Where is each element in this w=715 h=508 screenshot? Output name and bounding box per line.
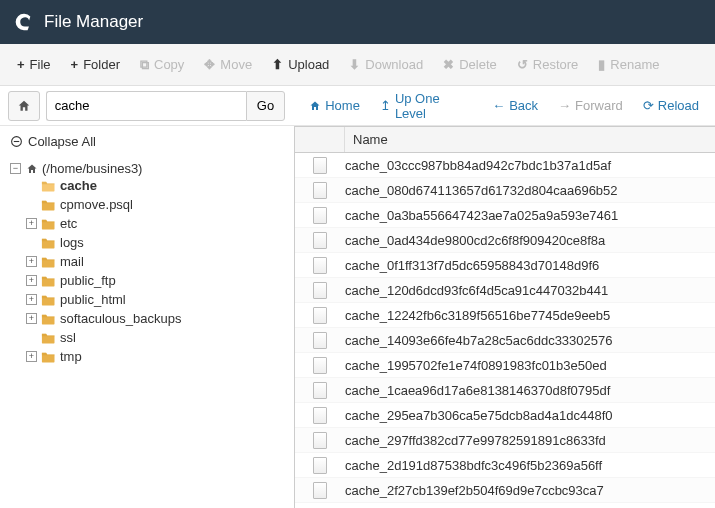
file-icon (295, 182, 345, 199)
expander-plus-icon[interactable]: + (26, 313, 37, 324)
file-row[interactable]: cache_080d674113657d61732d804caa696b52 (295, 178, 715, 203)
file-row[interactable]: cache_14093e66fe4b7a28c5ac6ddc33302576 (295, 328, 715, 353)
file-icon (295, 457, 345, 474)
move-icon: ✥ (204, 57, 215, 72)
tree-item-logs[interactable]: logs (26, 235, 284, 250)
file-name: cache_295ea7b306ca5e75dcb8ad4a1dc448f0 (345, 408, 612, 423)
cpanel-logo-icon (12, 11, 34, 33)
file-icon (295, 207, 345, 224)
file-name: cache_120d6dcd93fc6f4d5ca91c447032b441 (345, 283, 608, 298)
tree-root[interactable]: − (/home/busines3) (10, 161, 284, 176)
file-grid: Name cache_03ccc987bb84ad942c7bdc1b37a1d… (295, 126, 715, 508)
expander-blank (26, 180, 37, 191)
tree-item-cache[interactable]: cache (26, 178, 284, 193)
expander-plus-icon[interactable]: + (26, 218, 37, 229)
download-icon: ⬇ (349, 57, 360, 72)
file-icon (295, 257, 345, 274)
tree-item-label: tmp (60, 349, 82, 364)
go-button[interactable]: Go (246, 91, 285, 121)
reload-icon: ⟳ (643, 98, 654, 113)
file-name: cache_12242fb6c3189f56516be7745de9eeb5 (345, 308, 610, 323)
tree-item-tmp[interactable]: +tmp (26, 349, 284, 364)
file-name: cache_297ffd382cd77e99782591891c8633fd (345, 433, 606, 448)
file-row[interactable]: cache_03ccc987bb84ad942c7bdc1b37a1d5af (295, 153, 715, 178)
tree-item-public_ftp[interactable]: +public_ftp (26, 273, 284, 288)
nav-reload-link[interactable]: ⟳Reload (635, 94, 707, 117)
tree-item-ssl[interactable]: ssl (26, 330, 284, 345)
collapse-icon (10, 135, 23, 148)
nav-home-link[interactable]: Home (301, 94, 368, 117)
file-row[interactable]: cache_2d191d87538bdfc3c496f5b2369a56ff (295, 453, 715, 478)
file-name: cache_03ccc987bb84ad942c7bdc1b37a1d5af (345, 158, 611, 173)
expander-minus-icon[interactable]: − (10, 163, 21, 174)
new-file-button[interactable]: +File (8, 51, 60, 78)
tree-item-label: etc (60, 216, 77, 231)
file-icon (295, 432, 345, 449)
file-row[interactable]: cache_297ffd382cd77e99782591891c8633fd (295, 428, 715, 453)
nav-back-link[interactable]: ←Back (484, 94, 546, 117)
file-row[interactable]: cache_12242fb6c3189f56516be7745de9eeb5 (295, 303, 715, 328)
navigation-bar: Go Home ↥Up One Level ←Back →Forward ⟳Re… (0, 86, 715, 126)
file-name: cache_14093e66fe4b7a28c5ac6ddc33302576 (345, 333, 612, 348)
tree-item-cpmove.psql[interactable]: cpmove.psql (26, 197, 284, 212)
download-button: ⬇Download (340, 51, 432, 78)
collapse-all-button[interactable]: Collapse All (10, 134, 284, 149)
tree-item-label: mail (60, 254, 84, 269)
back-icon: ← (492, 98, 505, 113)
tree-item-softaculous_backups[interactable]: +softaculous_backups (26, 311, 284, 326)
expander-blank (26, 237, 37, 248)
delete-button: ✖Delete (434, 51, 506, 78)
file-row[interactable]: cache_0a3ba556647423ae7a025a9a593e7461 (295, 203, 715, 228)
expander-plus-icon[interactable]: + (26, 294, 37, 305)
file-icon (295, 407, 345, 424)
expander-plus-icon[interactable]: + (26, 256, 37, 267)
expander-plus-icon[interactable]: + (26, 351, 37, 362)
upload-button[interactable]: ⬆Upload (263, 51, 338, 78)
tree-item-mail[interactable]: +mail (26, 254, 284, 269)
file-row[interactable]: cache_295ea7b306ca5e75dcb8ad4a1dc448f0 (295, 403, 715, 428)
rename-button: ▮Rename (589, 51, 668, 78)
file-icon (295, 332, 345, 349)
app-header: File Manager (0, 0, 715, 44)
restore-button: ↺Restore (508, 51, 588, 78)
col-name-header[interactable]: Name (345, 132, 388, 147)
file-icon (295, 482, 345, 499)
new-folder-button[interactable]: +Folder (62, 51, 129, 78)
nav-up-link[interactable]: ↥Up One Level (372, 87, 480, 125)
move-button: ✥Move (195, 51, 261, 78)
file-name: cache_1caea96d17a6e8138146370d8f0795df (345, 383, 610, 398)
expander-plus-icon[interactable]: + (26, 275, 37, 286)
home-icon (25, 163, 39, 175)
copy-button: ⧉Copy (131, 51, 193, 79)
file-row[interactable]: cache_1995702fe1e74f0891983fc01b3e50ed (295, 353, 715, 378)
app-title: File Manager (44, 12, 143, 32)
file-icon (295, 357, 345, 374)
plus-icon: + (17, 57, 25, 72)
file-row[interactable]: cache_0ad434de9800cd2c6f8f909420ce8f8a (295, 228, 715, 253)
nav-forward-link: →Forward (550, 94, 631, 117)
copy-icon: ⧉ (140, 57, 149, 73)
file-row[interactable]: cache_120d6dcd93fc6f4d5ca91c447032b441 (295, 278, 715, 303)
tree-item-etc[interactable]: +etc (26, 216, 284, 231)
home-icon (309, 100, 321, 112)
file-name: cache_080d674113657d61732d804caa696b52 (345, 183, 618, 198)
up-level-icon: ↥ (380, 98, 391, 113)
home-root-button[interactable] (8, 91, 40, 121)
file-row[interactable]: cache_0f1ff313f7d5dc65958843d70148d9f6 (295, 253, 715, 278)
tree-item-label: cache (60, 178, 97, 193)
tree-item-public_html[interactable]: +public_html (26, 292, 284, 307)
file-name: cache_0ad434de9800cd2c6f8f909420ce8f8a (345, 233, 605, 248)
tree-item-label: ssl (60, 330, 76, 345)
file-row[interactable]: cache_1caea96d17a6e8138146370d8f0795df (295, 378, 715, 403)
folder-tree: − (/home/busines3) cachecpmove.psql+etcl… (10, 159, 284, 368)
path-input[interactable] (46, 91, 246, 121)
expander-blank (26, 332, 37, 343)
restore-icon: ↺ (517, 57, 528, 72)
file-name: cache_2f27cb139ef2b504f69d9e7ccbc93ca7 (345, 483, 604, 498)
file-row[interactable]: cache_2f27cb139ef2b504f69d9e7ccbc93ca7 (295, 478, 715, 503)
toolbar: +File +Folder ⧉Copy ✥Move ⬆Upload ⬇Downl… (0, 44, 715, 86)
tree-item-label: public_ftp (60, 273, 116, 288)
file-icon (295, 382, 345, 399)
col-icon-header (295, 127, 345, 152)
forward-icon: → (558, 98, 571, 113)
